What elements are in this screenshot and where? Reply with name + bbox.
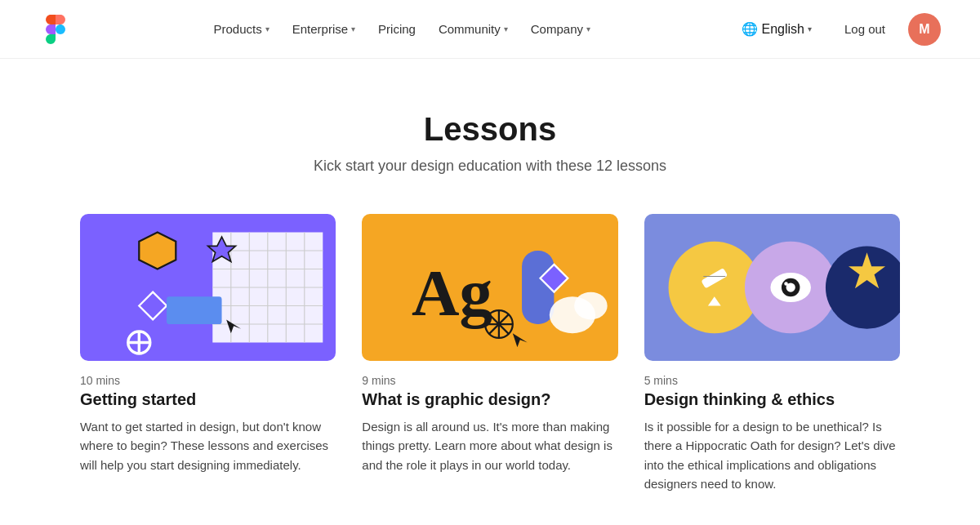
chevron-down-icon: ▾: [808, 24, 812, 33]
nav-products[interactable]: Products ▾: [203, 16, 278, 42]
card-image-2: Ag: [362, 214, 617, 361]
card-desc-2: Design is all around us. It's more than …: [362, 417, 617, 474]
nav-links: Products ▾ Enterprise ▾ Pricing Communit…: [203, 16, 600, 42]
svg-rect-14: [167, 296, 222, 324]
chevron-down-icon: ▾: [265, 24, 270, 33]
card-title-1: Getting started: [80, 390, 336, 409]
svg-point-23: [574, 292, 608, 320]
card-title-3: Design thinking & ethics: [644, 390, 900, 409]
nav-pricing[interactable]: Pricing: [368, 16, 425, 42]
svg-marker-13: [139, 292, 167, 320]
nav-community[interactable]: Community ▾: [429, 16, 518, 42]
logo[interactable]: [39, 13, 72, 46]
card-desc-1: Want to get started in design, but don't…: [80, 417, 336, 474]
cards-grid: 10 mins Getting started Want to get star…: [80, 214, 900, 493]
svg-marker-11: [139, 233, 176, 269]
card-image-3: [644, 214, 900, 361]
lesson-card-3[interactable]: 5 mins Design thinking & ethics Is it po…: [644, 214, 900, 493]
lesson-card-2[interactable]: Ag 9 mins: [362, 214, 617, 493]
chevron-down-icon: ▾: [586, 24, 590, 33]
nav-company[interactable]: Company ▾: [521, 16, 600, 42]
avatar[interactable]: M: [908, 13, 941, 46]
card-time-2: 9 mins: [362, 374, 617, 387]
hero-section: Lessons Kick start your design education…: [0, 59, 980, 214]
chevron-down-icon: ▾: [504, 24, 508, 33]
nav-enterprise[interactable]: Enterprise ▾: [283, 16, 365, 42]
card-time-1: 10 mins: [80, 374, 336, 387]
nav-right: 🌐 English ▾ Log out M: [732, 13, 941, 46]
svg-marker-29: [513, 333, 528, 347]
language-icon: 🌐: [742, 21, 758, 37]
svg-text:Ag: Ag: [412, 256, 492, 330]
card-title-2: What is graphic design?: [362, 390, 617, 409]
hero-subtitle: Kick start your design education with th…: [0, 158, 980, 175]
chevron-down-icon: ▾: [351, 24, 355, 33]
nav-language[interactable]: 🌐 English ▾: [732, 15, 821, 43]
card-time-3: 5 mins: [644, 374, 900, 387]
card-image-1: [80, 214, 336, 361]
page-title: Lessons: [0, 111, 980, 148]
svg-point-39: [826, 246, 900, 328]
lessons-section: 10 mins Getting started Want to get star…: [41, 214, 939, 525]
navbar: Products ▾ Enterprise ▾ Pricing Communit…: [0, 0, 980, 59]
svg-point-38: [784, 282, 788, 286]
logout-button[interactable]: Log out: [835, 16, 895, 42]
card-desc-3: Is it possible for a design to be unethi…: [644, 417, 900, 493]
lesson-card-1[interactable]: 10 mins Getting started Want to get star…: [80, 214, 336, 493]
